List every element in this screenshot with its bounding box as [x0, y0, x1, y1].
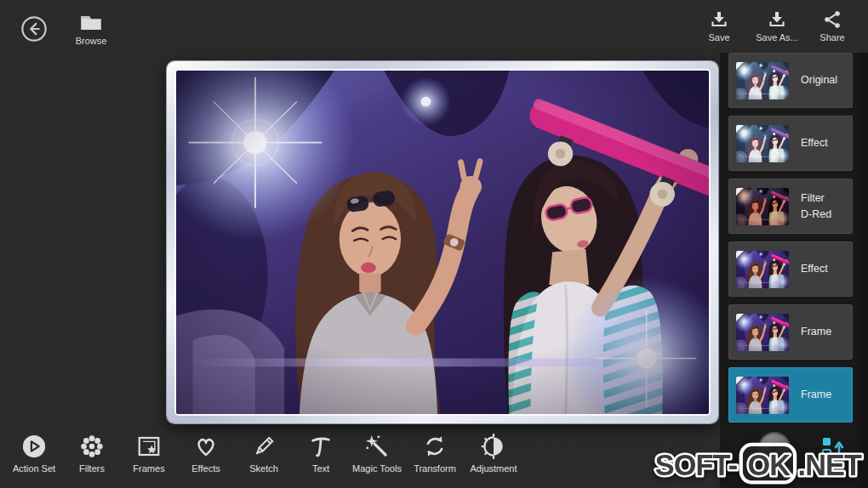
text-icon	[308, 434, 334, 459]
browse-label: Browse	[76, 36, 107, 46]
history-item-label: Frame	[801, 324, 831, 339]
history-item-effect[interactable]: Effect	[728, 241, 853, 297]
history-thumbnail	[736, 251, 789, 288]
save-as-label: Save As...	[756, 32, 798, 43]
history-panel: Original Effect Filter D-Red Effect	[720, 53, 868, 488]
back-arrow-icon	[20, 15, 48, 43]
history-thumbnail	[736, 314, 789, 351]
history-item-label: Effect	[801, 135, 828, 150]
tool-adjustment[interactable]: Adjustment	[455, 434, 532, 485]
history-item-original[interactable]: Original	[728, 53, 853, 108]
eye-icon	[764, 438, 785, 458]
history-thumbnail	[736, 188, 789, 225]
compare-icon	[819, 434, 847, 463]
save-label: Save	[708, 32, 729, 43]
folder-icon	[78, 11, 104, 33]
framed-star-icon	[136, 434, 162, 459]
flower-icon	[79, 434, 105, 459]
save-as-button[interactable]: Save As...	[752, 9, 802, 43]
share-button[interactable]: Share	[812, 9, 853, 43]
history-thumbnail	[736, 125, 789, 162]
history-panel-edge	[859, 53, 868, 488]
pencil-icon	[251, 434, 277, 459]
share-icon	[822, 9, 842, 30]
share-label: Share	[819, 32, 844, 43]
history-item-filter-d-red[interactable]: Filter D-Red	[728, 179, 853, 234]
history-item-label: Frame	[801, 387, 831, 402]
history-item-label: Filter	[801, 190, 831, 206]
history-item-sublabel: D-Red	[801, 207, 831, 222]
history-thumbnail	[736, 62, 789, 99]
photo-editor-app: Browse Save Save As... Share Original E	[0, 0, 868, 488]
history-item-label: Effect	[801, 261, 828, 276]
history-thumbnail	[736, 377, 789, 414]
photo-image	[176, 71, 709, 414]
photo-canvas[interactable]	[174, 69, 711, 416]
history-item-frame[interactable]: Frame	[728, 367, 853, 423]
photo-frame	[167, 61, 718, 423]
history-item-label: Original	[801, 72, 837, 88]
history-item-frame[interactable]: Frame	[728, 304, 853, 360]
contrast-icon	[481, 434, 506, 459]
compare-button[interactable]	[819, 434, 847, 467]
save-button[interactable]: Save	[700, 9, 739, 43]
show-original-button[interactable]	[760, 434, 789, 462]
play-circle-icon	[21, 434, 47, 459]
magic-wand-icon	[364, 434, 390, 459]
show-original-label: Original	[741, 465, 808, 475]
rotate-icon	[422, 434, 448, 459]
download-icon	[709, 9, 729, 30]
back-button[interactable]	[20, 15, 48, 43]
browse-button[interactable]: Browse	[71, 11, 111, 46]
history-item-effect[interactable]: Effect	[728, 116, 853, 171]
download-icon	[767, 9, 787, 30]
heart-icon	[193, 434, 219, 459]
